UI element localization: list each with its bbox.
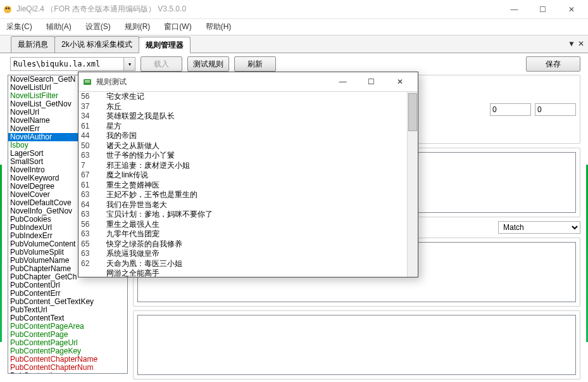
dialog-row-num: 67 bbox=[78, 170, 104, 181]
menu-setting[interactable]: 设置(S) bbox=[83, 20, 113, 34]
dialog-row-text[interactable]: 宝贝计划：爹地，妈咪不要你了 bbox=[104, 210, 407, 220]
dialog-row-num: 63 bbox=[78, 229, 104, 239]
test-rule-button[interactable]: 测试规则 bbox=[187, 56, 229, 72]
window-title: JieQi2.4 （FOR 杰奇全版本通用编码版） V3.5.0.0 bbox=[16, 4, 500, 15]
svg-rect-4 bbox=[85, 80, 90, 81]
dialog-row-num: 37 bbox=[78, 102, 104, 112]
titlebar: JieQi2.4 （FOR 杰奇全版本通用编码版） V3.5.0.0 — ☐ ✕ bbox=[0, 0, 588, 19]
dialog-row-num bbox=[78, 269, 104, 279]
dialog-row-num: 62 bbox=[78, 259, 104, 269]
svg-rect-5 bbox=[85, 82, 90, 82]
maximize-button[interactable]: ☐ bbox=[529, 1, 557, 18]
dialog-num-column: 56373461445063767616364635663656362 bbox=[78, 92, 104, 277]
dialog-row-text[interactable]: 天命为凰：毒医三小姐 bbox=[104, 259, 407, 269]
group-3 bbox=[133, 310, 580, 379]
dialog-row-num: 63 bbox=[78, 151, 104, 161]
dialog-title: 规则测试 bbox=[96, 77, 328, 87]
menu-help[interactable]: 帮助(H) bbox=[203, 20, 234, 34]
dialog-row-text[interactable]: 世子爷的怪力小丫鬟 bbox=[104, 151, 407, 161]
tab-dropdown-icon[interactable]: ▼ bbox=[568, 39, 575, 48]
dialog-row-num: 63 bbox=[78, 249, 104, 259]
dialog-row-text[interactable]: 系统逼我做皇帝 bbox=[104, 249, 407, 259]
svg-point-0 bbox=[4, 6, 11, 13]
dialog-row-text[interactable]: 我们在异世当老大 bbox=[104, 200, 407, 210]
svg-point-1 bbox=[6, 7, 8, 9]
dialog-row-text[interactable]: 重生之最强人生 bbox=[104, 220, 407, 230]
save-button[interactable]: 保存 bbox=[526, 56, 580, 72]
dialog-body: 56373461445063767616364635663656362 宅女求生… bbox=[78, 91, 418, 277]
close-button[interactable]: ✕ bbox=[557, 1, 585, 18]
dialog-row-text[interactable]: 重生之赘婿神医 bbox=[104, 181, 407, 191]
dialog-titlebar[interactable]: 规则测试 — ☐ ✕ bbox=[78, 72, 418, 91]
rule-test-dialog: 规则测试 — ☐ ✕ 56373461445063767616364635663… bbox=[78, 72, 418, 277]
dialog-row-text[interactable]: 快穿之绿茶的自我修养 bbox=[104, 239, 407, 250]
dialog-row-num: 64 bbox=[78, 200, 104, 210]
dialog-row-text[interactable]: 王妃不妙，王爷也是重生的 bbox=[104, 190, 407, 200]
path-dropdown-icon[interactable]: ▾ bbox=[124, 57, 135, 71]
dialog-row-num: 61 bbox=[78, 122, 104, 132]
dialog-row-num: 7 bbox=[78, 161, 104, 171]
dialog-text-column: 宅女求生记东丘英雄联盟之我是队长星方我的帝国诸天之从新做人世子爷的怪力小丫鬟邪王… bbox=[104, 92, 407, 277]
dialog-row-text[interactable]: 星方 bbox=[104, 122, 407, 132]
menu-rule[interactable]: 规则(R) bbox=[122, 20, 153, 34]
dialog-row-num: 56 bbox=[78, 220, 104, 230]
tabbar: 最新消息 2k小说 标准采集模式 规则管理器 ▼ ✕ bbox=[0, 35, 588, 53]
dialog-row-text[interactable]: 邪王追妻：废材逆天小姐 bbox=[104, 161, 407, 171]
dialog-row-text[interactable]: 宅女求生记 bbox=[104, 92, 407, 102]
dialog-maximize-button[interactable]: ☐ bbox=[357, 73, 385, 90]
rule-path-input[interactable] bbox=[10, 57, 124, 71]
dialog-row-num: 61 bbox=[78, 181, 104, 191]
dialog-minimize-button[interactable]: — bbox=[328, 73, 357, 90]
rule-item[interactable]: PubContentImages bbox=[8, 372, 127, 374]
tab-2k[interactable]: 2k小说 标准采集模式 bbox=[54, 36, 139, 53]
dialog-row-text[interactable]: 网游之全能高手 bbox=[104, 269, 407, 279]
tab-news[interactable]: 最新消息 bbox=[11, 36, 55, 53]
dialog-scrollbar[interactable] bbox=[407, 92, 418, 277]
num-input-1[interactable] bbox=[490, 103, 531, 116]
dialog-row-num: 50 bbox=[78, 141, 104, 151]
menubar: 采集(C) 辅助(A) 设置(S) 规则(R) 窗口(W) 帮助(H) bbox=[0, 19, 588, 35]
desktop-edge-left bbox=[0, 165, 2, 342]
refresh-button[interactable]: 刷新 bbox=[234, 56, 276, 72]
menu-assist[interactable]: 辅助(A) bbox=[44, 20, 74, 34]
dialog-row-num: 63 bbox=[78, 210, 104, 220]
app-icon bbox=[3, 4, 13, 15]
dialog-close-button[interactable]: ✕ bbox=[385, 73, 414, 90]
tab-rules[interactable]: 规则管理器 bbox=[139, 37, 191, 53]
dialog-row-text[interactable]: 东丘 bbox=[104, 102, 407, 112]
dialog-row-num: 44 bbox=[78, 131, 104, 141]
load-button[interactable]: 载入 bbox=[141, 56, 182, 72]
dialog-row-text[interactable]: 英雄联盟之我是队长 bbox=[104, 111, 407, 122]
dialog-icon bbox=[82, 77, 92, 87]
text-area-3[interactable] bbox=[137, 315, 576, 375]
tab-close-icon[interactable]: ✕ bbox=[578, 39, 584, 48]
dialog-row-num: 63 bbox=[78, 190, 104, 200]
dialog-row-num: 34 bbox=[78, 111, 104, 122]
match-select[interactable]: Match bbox=[498, 221, 580, 234]
menu-window[interactable]: 窗口(W) bbox=[161, 20, 194, 34]
scrollbar-thumb[interactable] bbox=[408, 93, 417, 131]
svg-point-2 bbox=[8, 7, 10, 9]
menu-collect[interactable]: 采集(C) bbox=[4, 20, 35, 34]
num-input-2[interactable] bbox=[535, 103, 576, 116]
dialog-row-num: 56 bbox=[78, 92, 104, 102]
minimize-button[interactable]: — bbox=[500, 1, 529, 18]
dialog-row-text[interactable]: 我的帝国 bbox=[104, 131, 407, 141]
dialog-row-text[interactable]: 魔之link传说 bbox=[104, 170, 407, 181]
dialog-row-text[interactable]: 诸天之从新做人 bbox=[104, 141, 407, 151]
dialog-row-num: 65 bbox=[78, 239, 104, 250]
dialog-row-text[interactable]: 九零年代当团宠 bbox=[104, 229, 407, 239]
